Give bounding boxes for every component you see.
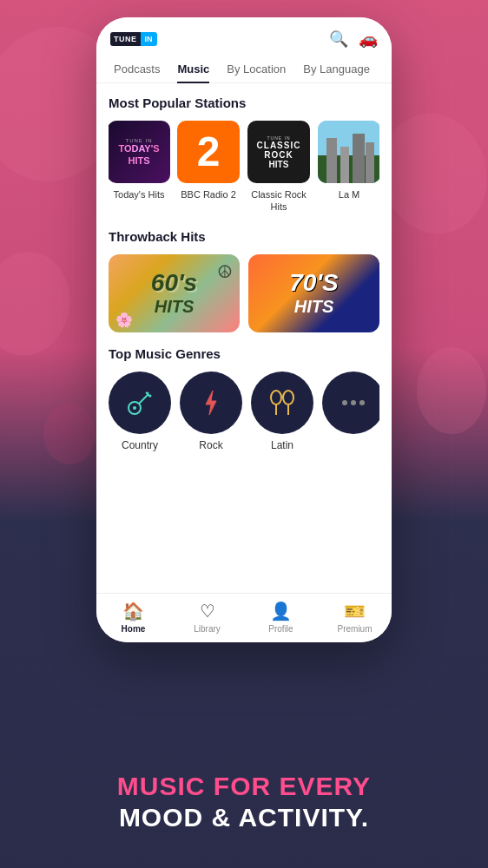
- search-icon[interactable]: 🔍: [329, 30, 348, 49]
- nav-tabs: Podcasts Music By Location By Language: [96, 56, 392, 83]
- nav-premium[interactable]: 🎫 Premium: [318, 601, 392, 634]
- svg-marker-17: [206, 391, 216, 415]
- station-la-m[interactable]: La M: [319, 121, 379, 214]
- svg-point-16: [149, 394, 152, 397]
- tab-podcasts[interactable]: Podcasts: [105, 56, 168, 82]
- bottom-navigation: 🏠 Home ♡ Library 👤 Profile 🎫 Premium: [96, 593, 392, 642]
- nav-library-label: Library: [194, 624, 221, 634]
- throwback-row: 60's HITS ☮ 🌸 70'S HITS: [109, 254, 379, 332]
- nav-profile-label: Profile: [268, 624, 293, 634]
- station-label-bbc: BBC Radio 2: [181, 188, 236, 201]
- tab-music[interactable]: Music: [168, 56, 218, 82]
- genre-label-latin: Latin: [271, 439, 293, 451]
- station-thumb-bbc: 2: [177, 121, 240, 183]
- svg-point-20: [283, 391, 293, 404]
- svg-point-12: [133, 406, 136, 410]
- station-classic-rock[interactable]: TUNE IN CLASSIC ROCK HITS Classic Rock H…: [247, 121, 310, 214]
- throwback-title: Throwback Hits: [109, 229, 379, 244]
- app-header: TUNE IN 🔍 🚗: [96, 17, 392, 56]
- most-popular-title: Most Popular Stations: [109, 95, 379, 110]
- genres-title: Top Music Genres: [109, 346, 379, 361]
- station-label-todays: Today's Hits: [114, 188, 165, 201]
- station-thumb-la-m: [318, 121, 379, 183]
- home-icon: 🏠: [122, 601, 144, 621]
- svg-point-15: [147, 391, 149, 394]
- tunein-logo: TUNE IN: [110, 32, 157, 46]
- city-skyline-icon: [318, 121, 379, 183]
- profile-icon: 👤: [270, 601, 292, 621]
- genre-label-rock: Rock: [199, 439, 222, 451]
- station-label-classic: Classic Rock Hits: [247, 188, 310, 214]
- stations-row: TUNE IN TODAY'S HITS Today's Hits 2 BBC …: [109, 121, 379, 217]
- car-mode-icon[interactable]: 🚗: [359, 30, 378, 49]
- tagline-line2: MOOD & ACTIVITY.: [17, 802, 471, 833]
- svg-point-3: [417, 347, 486, 434]
- throwback-70s[interactable]: 70'S HITS: [248, 254, 379, 332]
- library-icon: ♡: [200, 601, 215, 621]
- maracas-icon: [267, 387, 298, 418]
- genre-country[interactable]: Country: [109, 372, 171, 451]
- tab-by-location[interactable]: By Location: [218, 56, 294, 82]
- content-area: Most Popular Stations TUNE IN TODAY'S HI…: [96, 83, 392, 593]
- tab-by-language[interactable]: By Language: [294, 56, 379, 82]
- genres-row: Country Rock: [109, 372, 379, 455]
- nav-home-label: Home: [122, 624, 146, 634]
- phone-frame: TUNE IN 🔍 🚗 Podcasts Music By Location B…: [96, 17, 392, 642]
- station-label-la-m: La M: [339, 188, 359, 201]
- svg-point-23: [351, 400, 356, 405]
- station-thumb-classic: TUNE IN CLASSIC ROCK HITS: [247, 121, 310, 183]
- header-actions: 🔍 🚗: [329, 30, 378, 49]
- logo-tune-text: TUNE: [110, 32, 141, 46]
- svg-point-18: [271, 391, 281, 404]
- more-icon: [338, 387, 369, 418]
- premium-icon: 🎫: [344, 601, 366, 621]
- svg-rect-8: [340, 147, 349, 183]
- nav-premium-label: Premium: [337, 624, 372, 634]
- station-bbc-radio-2[interactable]: 2 BBC Radio 2: [178, 121, 239, 214]
- bottom-tagline: MUSIC FOR EVERY MOOD & ACTIVITY.: [0, 771, 488, 833]
- svg-point-22: [342, 400, 347, 405]
- flower-icon: 🌸: [115, 312, 133, 328]
- guitar-icon: [124, 387, 155, 418]
- station-thumb-todays: TUNE IN TODAY'S HITS: [109, 121, 170, 183]
- svg-point-2: [0, 245, 78, 363]
- genre-circle-rock: [180, 372, 242, 434]
- peace-icon: ☮: [217, 261, 233, 282]
- nav-home[interactable]: 🏠 Home: [96, 601, 170, 634]
- genre-latin[interactable]: Latin: [251, 372, 313, 451]
- logo-in-text: IN: [141, 32, 157, 46]
- nav-profile[interactable]: 👤 Profile: [244, 601, 318, 634]
- station-todays-hits[interactable]: TUNE IN TODAY'S HITS Today's Hits: [109, 121, 169, 214]
- svg-rect-7: [326, 138, 337, 183]
- svg-point-4: [43, 404, 96, 464]
- genre-more[interactable]: [322, 372, 379, 451]
- genre-label-country: Country: [122, 439, 158, 451]
- lightning-icon: [195, 387, 227, 418]
- svg-line-13: [139, 394, 148, 404]
- nav-library[interactable]: ♡ Library: [170, 601, 244, 634]
- genre-circle-latin: [251, 372, 313, 434]
- genre-rock[interactable]: Rock: [180, 372, 242, 451]
- svg-rect-9: [353, 134, 365, 183]
- svg-point-24: [359, 400, 365, 405]
- throwback-60s[interactable]: 60's HITS ☮ 🌸: [109, 254, 240, 332]
- svg-rect-10: [366, 142, 374, 183]
- genre-circle-more: [322, 372, 379, 434]
- genre-circle-country: [109, 372, 171, 434]
- tagline-line1: MUSIC FOR EVERY: [17, 771, 471, 802]
